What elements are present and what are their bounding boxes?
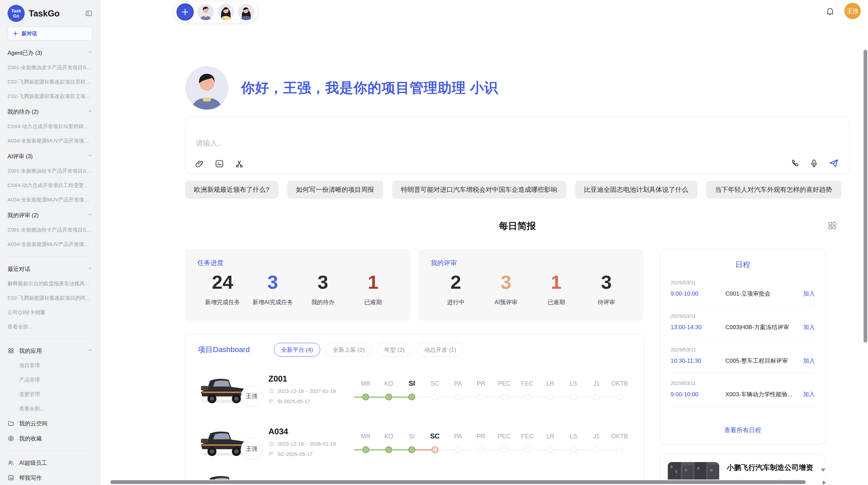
recent-conversation-item[interactable]: 公司Q3轻卡销量 bbox=[8, 309, 93, 315]
stat-item: 1已逾期 bbox=[531, 270, 581, 306]
milestone-dot bbox=[385, 394, 392, 400]
scroll-right-arrow-icon[interactable] bbox=[823, 481, 826, 485]
app-sub-item[interactable]: 查看全部... bbox=[8, 406, 93, 412]
sidebar-tool-item[interactable]: AI超级员工 bbox=[8, 459, 93, 466]
sidebar-item[interactable]: A034-全新新能源MUV产品开发项目计划变更表编写 bbox=[8, 138, 93, 144]
sidebar-recent: 最近对话解释最新出台的欧盟报废车法规再生塑料比例被调至15%...C02-飞腾新… bbox=[8, 265, 93, 330]
stat-item: 3待评审 bbox=[581, 270, 631, 306]
milestone-label: KO bbox=[377, 433, 400, 440]
scroll-down-arrow-icon[interactable] bbox=[821, 469, 825, 472]
milestone-label: MR bbox=[354, 433, 377, 440]
event-join-link[interactable]: 加入 bbox=[803, 390, 815, 398]
sidebar-tool-item[interactable]: 帮我写作 bbox=[8, 474, 93, 481]
event-join-link[interactable]: 加入 bbox=[803, 323, 815, 331]
stat-value: 3 bbox=[481, 270, 531, 295]
view-all-schedule-link[interactable]: 查看所有日程 bbox=[671, 426, 815, 434]
sidebar-item[interactable]: Z001-全新燃油皮卡产品开发项目SI节点Lesson Learn报告 bbox=[8, 64, 93, 71]
suggestion-chip[interactable]: 欧洲新规最近颁布了什么? bbox=[185, 181, 278, 199]
recent-conversation-item[interactable]: 解释最新出台的欧盟报废车法规再生塑料比例被调至15%... bbox=[8, 281, 93, 287]
event-join-link[interactable]: 加入 bbox=[803, 357, 815, 365]
stat-label: 进行中 bbox=[431, 298, 481, 306]
milestone-cell bbox=[354, 443, 377, 457]
app-sub-item[interactable]: 项目管理 bbox=[8, 362, 93, 369]
app-sub-item[interactable]: 变更管理 bbox=[8, 391, 93, 397]
sidebar-section-header[interactable]: AI评审 (3) bbox=[8, 153, 93, 160]
sidebar-section-header[interactable]: 我的待办 (2) bbox=[8, 108, 93, 115]
scissors-icon[interactable] bbox=[234, 159, 244, 169]
sidebar: Task Go TaskGo 新对话 Agent已办 (3)Z001-全新燃油皮… bbox=[0, 0, 100, 485]
sidebar-item[interactable]: A034-全新新能源MUV产品开发项目法规符合性评审 bbox=[8, 197, 93, 203]
sidebar-item-star-badge[interactable]: 我的收藏 bbox=[8, 435, 93, 442]
dashboard-filter-pill[interactable]: 年型 (2) bbox=[377, 343, 412, 357]
event-date: 2025/03/11 bbox=[671, 279, 815, 285]
milestone-cell bbox=[446, 443, 469, 457]
milestone-dots bbox=[354, 443, 631, 457]
dashboard-filter-pill[interactable]: 全新平台 (4) bbox=[274, 343, 321, 357]
project-milestone-line: SI-2025-05-17 bbox=[268, 398, 354, 404]
suggestion-chip[interactable]: 特朗普可能对进口汽车增税会对中国车企造成哪些影响 bbox=[392, 181, 566, 199]
sidebar-header: Task Go TaskGo bbox=[8, 3, 93, 23]
app-sub-item[interactable]: 产品管理 bbox=[8, 377, 93, 383]
project-row[interactable]: 王强Z0012023-12-19 ~ 2027-01-19SI-2025-05-… bbox=[198, 367, 631, 411]
stat-row: 24新增完成任务3新增AI完成任务3我的待办1已逾期 bbox=[197, 270, 398, 306]
send-icon[interactable] bbox=[828, 158, 839, 169]
schedule-title: 日程 bbox=[671, 260, 815, 270]
image-frame-icon bbox=[8, 474, 14, 481]
sidebar-item[interactable]: C0X4-动力总成开发项目工程变更评审 bbox=[8, 182, 93, 188]
milestone-label: SC bbox=[423, 380, 446, 387]
project-date-line: 2023-12-19 ~ 2026-01-19 bbox=[268, 441, 354, 447]
project-owner-badge: 王强 bbox=[241, 438, 262, 459]
session-avatar[interactable] bbox=[218, 4, 234, 20]
truck-image bbox=[198, 372, 249, 406]
user-avatar[interactable]: 王强 bbox=[844, 3, 861, 19]
paperclip-icon[interactable] bbox=[195, 159, 204, 169]
message-input[interactable]: 请输入... bbox=[196, 138, 224, 148]
suggestion-chip[interactable]: 当下年轻人对汽车外观有怎样的喜好趋势 bbox=[706, 181, 841, 199]
event-join-link[interactable]: 加入 bbox=[803, 290, 815, 298]
dashboard-filter-pill[interactable]: 动总开发 (1) bbox=[417, 343, 463, 357]
sidebar-section-header[interactable]: Agent已办 (3) bbox=[8, 49, 93, 56]
sidebar-item[interactable]: A034-全新新能源MUV产品开发项目造型可行性评审 bbox=[8, 241, 93, 247]
phone-call-icon[interactable] bbox=[791, 159, 800, 168]
sidebar-section-header[interactable]: 我的评审 (2) bbox=[8, 212, 93, 219]
collapse-sidebar-icon[interactable] bbox=[85, 10, 93, 17]
sidebar-item[interactable]: Z001-全新燃油轻卡产品开发项目SI节点属性5D文件评审 bbox=[8, 227, 93, 233]
vertical-scrollbar-thumb[interactable] bbox=[864, 50, 867, 343]
image-upload-icon[interactable] bbox=[215, 159, 224, 169]
stat-item: 24新增完成任务 bbox=[197, 270, 248, 306]
sidebar-section: 我的评审 (2)Z001-全新燃油轻卡产品开发项目SI节点属性5D文件评审A03… bbox=[8, 212, 93, 247]
sidebar-task-sections: Agent已办 (3)Z001-全新燃油皮卡产品开发项目SI节点Lesson L… bbox=[8, 49, 93, 247]
sidebar-item-cloud-folder[interactable]: 我的云空间 bbox=[8, 420, 93, 427]
layout-grid-icon[interactable] bbox=[827, 221, 837, 231]
recent-section-header[interactable]: 最近对话 bbox=[8, 265, 93, 272]
new-session-button[interactable] bbox=[177, 3, 194, 21]
session-avatar[interactable] bbox=[197, 4, 214, 20]
project-row[interactable]: 王强A0342023-12-19 ~ 2026-01-19SC-2025-05-… bbox=[198, 420, 631, 464]
milestone-dot bbox=[524, 394, 531, 400]
recent-conversation-item[interactable]: 查看全部... bbox=[8, 324, 93, 330]
recent-conversation-item[interactable]: C02-飞腾新能源轻客改款项目的闭环通告反馈情况 bbox=[8, 295, 93, 301]
milestone-dot bbox=[432, 446, 438, 453]
milestone-label: J1 bbox=[585, 380, 608, 387]
milestone-dot bbox=[432, 394, 438, 400]
sidebar-section-title: AI评审 (3) bbox=[8, 153, 33, 160]
horizontal-scrollbar-thumb[interactable] bbox=[110, 480, 806, 484]
sidebar-item-my-apps[interactable]: 我的应用 bbox=[8, 347, 93, 354]
event-time: 10:30-11:30 bbox=[671, 358, 725, 364]
suggestion-chip[interactable]: 如何写一份清晰的项目周报 bbox=[287, 181, 383, 199]
microphone-icon[interactable] bbox=[809, 159, 819, 168]
sidebar-item[interactable]: Z001-全新燃油轻卡产品开发项目SI造型提交物评审 bbox=[8, 168, 93, 174]
milestone-dot bbox=[524, 446, 531, 453]
project-code: A034 bbox=[268, 427, 354, 436]
suggestion-chip[interactable]: 比亚迪全固态电池计划具体说了什么 bbox=[575, 181, 697, 199]
sidebar-item[interactable]: C02-飞腾新能源轻客改款项目里程碑画布 bbox=[8, 79, 93, 85]
sidebar-item[interactable]: C02-飞腾新能源轻客改款项目立项汇报方案 bbox=[8, 93, 93, 99]
session-avatar[interactable] bbox=[238, 4, 254, 20]
sidebar-item[interactable]: C0X4-动力总成开发项目SI里程碑提交物检查 bbox=[8, 123, 93, 129]
project-list: 王强Z0012023-12-19 ~ 2027-01-19SI-2025-05-… bbox=[198, 367, 631, 464]
notifications-bell-icon[interactable] bbox=[825, 7, 835, 16]
new-chat-button[interactable]: 新对话 bbox=[8, 27, 93, 40]
milestone-cell bbox=[516, 390, 539, 404]
dashboard-filter-pill[interactable]: 全新上装 (3) bbox=[325, 343, 372, 357]
milestone-label: PR bbox=[470, 433, 493, 440]
